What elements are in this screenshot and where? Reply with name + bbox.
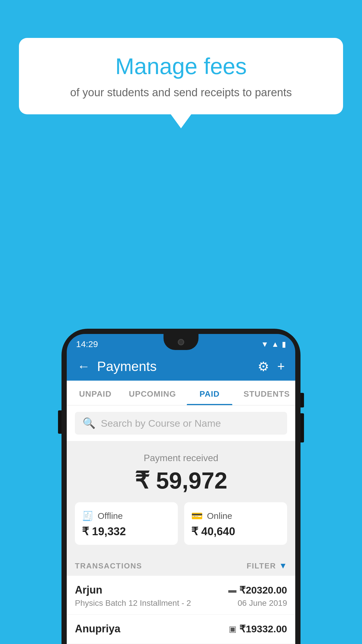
table-row[interactable]: Arjun ▬ ₹20320.00 Physics Batch 12 Insta… [67, 576, 295, 615]
table-row[interactable]: Anupriya ▣ ₹19332.00 [67, 615, 295, 644]
online-amount: ₹ 40,640 [191, 525, 280, 538]
online-icon: 💳 [191, 510, 203, 522]
cash-payment-icon-2: ▣ [229, 624, 236, 634]
offline-label: Offline [98, 511, 123, 521]
volume-button [58, 410, 61, 434]
bubble-subtitle: of your students and send receipts to pa… [36, 85, 326, 100]
header-right: ⚙ + [258, 359, 285, 374]
tabs-bar: UNPAID UPCOMING PAID STUDENTS [67, 381, 295, 405]
wifi-icon: ▼ [261, 340, 269, 349]
status-time: 14:29 [76, 339, 98, 349]
offline-payment-card: 🧾 Offline ₹ 19,332 [75, 502, 178, 545]
speech-bubble: Manage fees of your students and send re… [19, 38, 343, 114]
offline-icon: 🧾 [82, 510, 94, 522]
app-header: ← Payments ⚙ + [67, 352, 295, 381]
header-left: ← Payments [77, 358, 157, 374]
bubble-title: Manage fees [36, 54, 326, 79]
transaction-top-2: Anupriya ▣ ₹19332.00 [75, 623, 287, 635]
online-label: Online [207, 511, 232, 521]
transaction-name-1: Arjun [75, 584, 102, 596]
search-icon: 🔍 [82, 417, 96, 429]
transactions-header: TRANSACTIONS FILTER ▼ [67, 553, 295, 576]
filter-label: FILTER [247, 561, 276, 570]
transaction-top-1: Arjun ▬ ₹20320.00 [75, 584, 287, 596]
transaction-amount-row-2: ▣ ₹19332.00 [229, 623, 287, 635]
settings-button[interactable]: ⚙ [258, 359, 269, 374]
transactions-label: TRANSACTIONS [75, 561, 142, 570]
transaction-bottom-1: Physics Batch 12 Installment - 2 06 June… [75, 598, 287, 608]
search-input[interactable]: Search by Course or Name [101, 418, 221, 429]
offline-amount: ₹ 19,332 [82, 525, 171, 538]
front-camera [178, 339, 184, 345]
transaction-date-1: 06 June 2019 [238, 598, 287, 608]
payment-cards: 🧾 Offline ₹ 19,332 💳 Online ₹ 40,640 [75, 502, 287, 545]
back-button[interactable]: ← [77, 360, 90, 373]
payment-summary: Payment received ₹ 59,972 🧾 Offline ₹ 19… [67, 441, 295, 553]
transaction-amount-2: ₹19332.00 [239, 623, 287, 635]
tab-paid[interactable]: PAID [181, 381, 238, 405]
speech-bubble-container: Manage fees of your students and send re… [19, 38, 343, 114]
search-bar: 🔍 Search by Course or Name [67, 405, 295, 441]
tab-upcoming[interactable]: UPCOMING [124, 381, 181, 405]
search-input-row[interactable]: 🔍 Search by Course or Name [75, 412, 287, 435]
payment-received-label: Payment received [75, 453, 287, 463]
battery-icon: ▮ [282, 340, 286, 349]
online-payment-card: 💳 Online ₹ 40,640 [184, 502, 287, 545]
filter-row[interactable]: FILTER ▼ [247, 561, 287, 570]
transaction-amount-row-1: ▬ ₹20320.00 [228, 584, 287, 596]
power-button [301, 393, 304, 407]
transaction-desc-1: Physics Batch 12 Installment - 2 [75, 598, 191, 608]
status-icons: ▼ ▲ ▮ [261, 340, 286, 349]
volume-button-right [301, 413, 304, 442]
phone-notch [164, 334, 198, 350]
online-card-top: 💳 Online [191, 510, 280, 522]
page-title: Payments [97, 358, 157, 374]
signal-icon: ▲ [271, 340, 279, 349]
tab-unpaid[interactable]: UNPAID [67, 381, 124, 405]
transaction-name-2: Anupriya [75, 623, 120, 635]
payment-total-amount: ₹ 59,972 [75, 467, 287, 494]
transaction-amount-1: ₹20320.00 [239, 584, 287, 596]
phone-mockup: 14:29 ▼ ▲ ▮ ← Payments ⚙ + [61, 329, 301, 644]
tab-students[interactable]: STUDENTS [238, 381, 295, 405]
add-button[interactable]: + [277, 359, 285, 374]
offline-card-top: 🧾 Offline [82, 510, 171, 522]
filter-icon: ▼ [279, 561, 287, 570]
phone-outer: 14:29 ▼ ▲ ▮ ← Payments ⚙ + [61, 329, 301, 644]
card-payment-icon-1: ▬ [228, 585, 236, 595]
app-content: 🔍 Search by Course or Name Payment recei… [67, 405, 295, 644]
